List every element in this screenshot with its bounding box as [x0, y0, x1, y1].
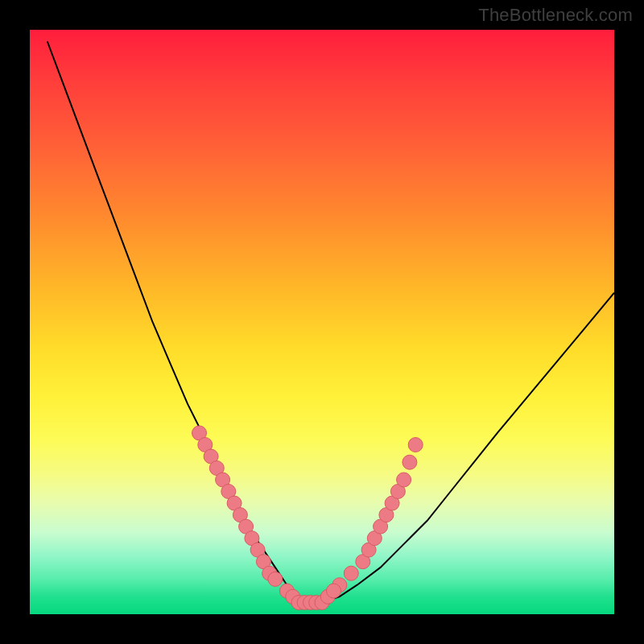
marker-dot [402, 455, 417, 469]
chart-frame: TheBottleneck.com [0, 0, 644, 644]
chart-svg [30, 30, 614, 614]
marker-dot [268, 572, 283, 586]
marker-dot [344, 566, 358, 580]
watermark-text: TheBottleneck.com [478, 5, 633, 26]
marker-dot [397, 473, 411, 487]
marker-dot [408, 438, 423, 452]
marker-group [192, 426, 423, 610]
bottleneck-curve [47, 42, 614, 603]
marker-dot [327, 584, 341, 598]
plot-area [30, 30, 614, 614]
